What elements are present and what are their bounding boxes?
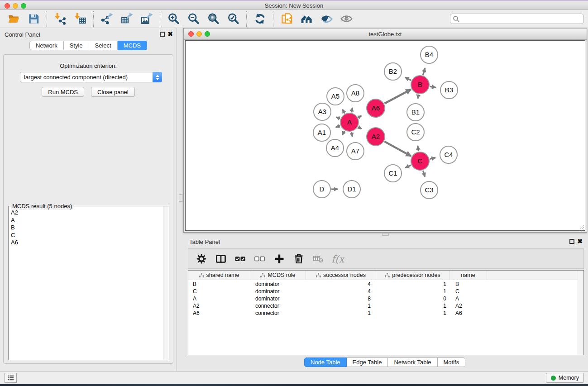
node-B3[interactable]: B3 (440, 81, 458, 99)
tab-edge-table[interactable]: Edge Table (347, 357, 388, 367)
node-A5[interactable]: A5 (327, 88, 344, 105)
node-D[interactable]: D (313, 181, 330, 198)
node-A[interactable]: A (340, 113, 359, 131)
run-mcds-button[interactable]: Run MCDS (42, 87, 84, 97)
node-A2[interactable]: A2 (367, 128, 385, 146)
hide-graphics-details-button[interactable] (316, 11, 336, 27)
close-panel-button[interactable]: Close panel (91, 87, 135, 97)
edge-C-C4[interactable] (430, 158, 435, 159)
edge-A-A2[interactable] (358, 127, 361, 129)
close-panel-icon[interactable]: ✖ (167, 31, 173, 37)
table-float-panel-icon[interactable] (569, 239, 574, 244)
table-cell[interactable]: 4 (306, 281, 376, 287)
zoom-out-button[interactable] (183, 11, 203, 27)
result-scrollbar[interactable] (163, 206, 169, 360)
tab-node-table[interactable]: Node Table (304, 357, 347, 367)
table-row[interactable]: Cdominator41C (188, 288, 578, 295)
node-A1[interactable]: A1 (313, 124, 330, 141)
home-button[interactable] (296, 11, 316, 27)
table-cell[interactable]: 1 (376, 281, 449, 287)
table-row[interactable]: Adominator80A (188, 295, 578, 302)
edge-A-A1[interactable] (336, 126, 340, 128)
table-cell[interactable]: 1 (376, 310, 449, 316)
table-cell[interactable]: A2 (449, 303, 487, 309)
toggle-panel-layout-button[interactable] (214, 252, 228, 266)
network-graph[interactable]: B4B2BB3A8A5A6A3B1AC2A1A2A4A7C4CC1C3DD1 (186, 41, 586, 231)
node-D1[interactable]: D1 (343, 181, 360, 198)
optimization-criterion-dropdown[interactable]: largest connected component (directed) (20, 72, 162, 82)
table-close-panel-icon[interactable]: ✖ (577, 238, 583, 244)
edge-A-A6[interactable] (358, 116, 361, 118)
open-session-button[interactable] (4, 11, 24, 27)
table-cell[interactable]: 4 (306, 288, 376, 295)
node-C4[interactable]: C4 (440, 146, 457, 163)
refresh-button[interactable] (250, 11, 270, 27)
edge-A-A7[interactable] (351, 132, 352, 137)
node-C2[interactable]: C2 (407, 124, 424, 141)
node-A7[interactable]: A7 (347, 143, 364, 160)
edge-C-C2[interactable] (418, 146, 419, 152)
show-graphics-details-button[interactable] (336, 11, 356, 27)
float-panel-icon[interactable] (160, 32, 165, 37)
export-image-button[interactable] (137, 11, 157, 27)
delete-columns-button[interactable] (292, 252, 306, 266)
node-B[interactable]: B (411, 76, 429, 94)
table-cell[interactable]: B (449, 281, 487, 287)
tab-mcds[interactable]: MCDS (118, 41, 147, 50)
node-C[interactable]: C (411, 152, 429, 170)
edge-C-C3[interactable] (423, 171, 425, 176)
column-header-successor-nodes[interactable]: successor nodes (306, 271, 376, 280)
node-B4[interactable]: B4 (421, 46, 438, 63)
edge-A2-C[interactable] (384, 142, 411, 156)
edge-B-B3[interactable] (430, 86, 436, 87)
result-item[interactable]: A (11, 217, 161, 224)
node-C3[interactable]: C3 (421, 181, 438, 199)
node-A3[interactable]: A3 (314, 103, 331, 120)
table-cell[interactable]: A6 (188, 310, 250, 316)
network-canvas[interactable]: B4B2BB3A8A5A6A3B1AC2A1A2A4A7C4CC1C3DD1 (185, 40, 585, 231)
create-column-button[interactable] (272, 252, 286, 266)
edge-A-A3[interactable] (336, 117, 340, 119)
edge-A6-B[interactable] (384, 90, 411, 104)
zoom-fit-button[interactable] (203, 11, 223, 27)
save-session-button[interactable] (24, 11, 43, 27)
table-cell[interactable]: A6 (449, 310, 487, 316)
import-table-button[interactable] (70, 11, 90, 27)
node-A6[interactable]: A6 (367, 99, 385, 117)
table-cell[interactable]: 0 (376, 295, 449, 302)
resize-grip-icon[interactable] (578, 224, 584, 230)
table-cell[interactable]: 8 (306, 295, 376, 302)
tab-network[interactable]: Network (29, 41, 64, 50)
table-cell[interactable]: 1 (306, 310, 376, 316)
node-B1[interactable]: B1 (407, 104, 424, 121)
table-cell[interactable]: 1 (306, 303, 376, 309)
result-item[interactable]: A2 (11, 209, 161, 217)
export-table-button[interactable] (117, 11, 137, 27)
result-item[interactable]: A6 (11, 239, 161, 247)
task-history-button[interactable] (5, 373, 17, 383)
table-row[interactable]: Bdominator41B (188, 281, 578, 288)
zoom-in-button[interactable] (163, 11, 183, 27)
column-header-name[interactable]: name (449, 271, 487, 280)
edge-B-B1[interactable] (418, 95, 418, 99)
table-row[interactable]: A6connector11A6 (188, 310, 578, 317)
table-scrollbar[interactable] (578, 271, 583, 355)
result-item[interactable]: B (11, 224, 161, 232)
result-item[interactable]: C (11, 232, 161, 239)
node-A4[interactable]: A4 (326, 139, 344, 157)
column-header-shared-name[interactable]: shared name (188, 271, 250, 280)
table-cell[interactable]: connector (250, 303, 306, 309)
node-C1[interactable]: C1 (384, 165, 402, 182)
table-cell[interactable]: A (188, 295, 250, 302)
node-A8[interactable]: A8 (347, 85, 364, 102)
tab-network-table[interactable]: Network Table (388, 357, 437, 367)
memory-button[interactable]: Memory (546, 373, 584, 383)
table-cell[interactable]: 1 (376, 303, 449, 309)
tab-style[interactable]: Style (64, 41, 89, 50)
tab-select[interactable]: Select (89, 41, 118, 50)
table-cell[interactable]: dominator (250, 281, 306, 287)
import-network-button[interactable] (50, 11, 70, 27)
edge-A-A5[interactable] (343, 110, 345, 114)
table-cell[interactable]: dominator (250, 288, 306, 295)
tab-motifs[interactable]: Motifs (438, 357, 466, 367)
